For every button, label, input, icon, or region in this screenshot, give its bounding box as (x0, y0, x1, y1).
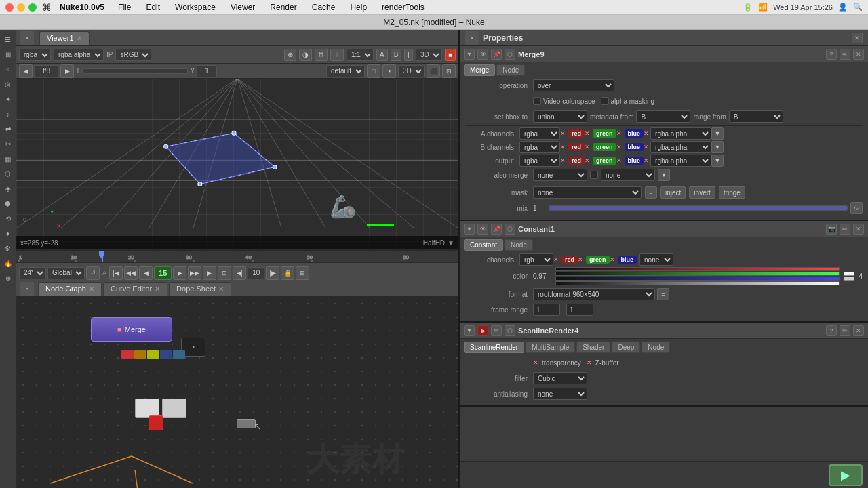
b-blue-x[interactable]: ✕ (616, 144, 622, 150)
exposure-input[interactable] (35, 65, 58, 77)
scanline-tab-shader[interactable]: Shader (576, 342, 610, 353)
step-back-btn[interactable]: ◀ (139, 266, 153, 280)
colorspace-select[interactable]: sRGB (115, 49, 151, 61)
a-green-x[interactable]: ✕ (585, 130, 590, 137)
also-merge-select2[interactable]: none (601, 169, 655, 181)
const-pencil-btn[interactable]: ✏ (840, 224, 850, 235)
menu-viewer[interactable]: Viewer (228, 1, 258, 14)
fps-select[interactable]: 24* (19, 267, 46, 279)
range-btn[interactable]: ⊞ (296, 266, 309, 280)
toolbar-icon-4[interactable]: ◎ (1, 77, 15, 91)
scan-collapse-btn[interactable]: ▼ (464, 325, 475, 336)
const-collapse-btn[interactable]: ▼ (464, 224, 475, 235)
a-alpha-select[interactable]: rgba.alpha (650, 127, 711, 140)
viewer-pipe-btn[interactable]: | (404, 49, 413, 61)
y-input[interactable] (197, 65, 217, 77)
fringe-btn[interactable]: fringe (719, 186, 745, 199)
frame-range-start[interactable] (533, 304, 560, 316)
toolbar-icon-11[interactable]: ◈ (1, 182, 15, 195)
frame-slider[interactable] (82, 68, 189, 74)
scanline-tab-deep[interactable]: Deep (612, 342, 640, 353)
b-red-x[interactable]: ✕ (560, 144, 566, 150)
channel-select[interactable]: rgba (19, 49, 51, 61)
out-blue-x[interactable]: ✕ (616, 157, 622, 164)
mask-select[interactable]: none (533, 186, 642, 199)
props-close-btn[interactable]: ✕ (852, 33, 863, 43)
blue-color-slider[interactable] (555, 277, 840, 281)
toolbar-icon-3[interactable]: ○ (1, 62, 15, 76)
gain-btn[interactable]: ⊕ (284, 49, 296, 61)
inject-btn[interactable]: inject (660, 186, 686, 199)
toolbar-icon-14[interactable]: ♦ (1, 226, 15, 240)
first-frame-btn[interactable]: |◀ (109, 266, 123, 280)
merge9-pencil-btn[interactable]: ✏ (840, 49, 850, 60)
out-alpha-select[interactable]: rgba.alpha (650, 155, 711, 167)
node-graph-tab[interactable]: Node Graph ✕ (38, 282, 102, 296)
toolbar-icon-7[interactable]: ⇄ (1, 122, 15, 136)
play-fwd-btn[interactable]: ▶▶ (188, 266, 201, 280)
merge-node-tab[interactable]: Node (496, 64, 525, 76)
mask-eq-btn[interactable]: = (645, 186, 657, 199)
mix-curve-btn[interactable]: ∿ (850, 202, 863, 214)
constant-node-tab[interactable]: Node (505, 239, 533, 251)
play-btn[interactable]: ▶ (173, 266, 186, 280)
scan-close-btn[interactable]: ✕ (853, 325, 864, 336)
out-alpha-x[interactable]: ✕ (644, 157, 649, 164)
const-node-btn[interactable]: ⬡ (505, 224, 515, 235)
mask-btn[interactable]: ⊡ (442, 64, 456, 78)
scan-help-btn[interactable]: ? (826, 325, 837, 336)
b-channels-menu[interactable]: ▼ (711, 141, 724, 153)
format-select[interactable]: root.format 960×540 (533, 288, 655, 300)
scanline-tab-node[interactable]: Node (642, 342, 670, 353)
scan-node-btn[interactable]: ⬡ (505, 325, 515, 336)
toolbar-icon-5[interactable]: ✦ (1, 92, 15, 106)
toolbar-icon-8[interactable]: ✂ (1, 137, 15, 150)
stop-btn[interactable]: ⊡ (218, 266, 231, 280)
merge-node[interactable]: ■ Merge (91, 317, 172, 342)
video-colorspace-check[interactable]: Video colorspace (533, 97, 595, 105)
current-frame[interactable]: 15 (154, 266, 172, 280)
also-merge-menu[interactable]: ▼ (658, 169, 670, 181)
also-merge-select1[interactable]: none (533, 169, 587, 181)
a-red-x[interactable]: ✕ (560, 130, 566, 137)
gray-connector[interactable] (237, 419, 256, 428)
scan-pencil-btn[interactable]: ✏ (491, 325, 502, 336)
monitor-btn[interactable]: □ (367, 64, 380, 78)
toolbar-icon-6[interactable]: ↕ (1, 107, 15, 121)
view-3d-btn[interactable]: 3D (398, 65, 425, 77)
wipe-btn[interactable]: ▪ (382, 64, 396, 78)
out-red-x[interactable]: ✕ (560, 157, 566, 164)
const-snapshot-btn[interactable]: 📷 (826, 224, 837, 235)
viewer-a-btn[interactable]: A (376, 49, 388, 61)
green-color-slider[interactable] (555, 272, 840, 276)
settings-btn[interactable]: ⚙ (315, 49, 328, 61)
b-green-x[interactable]: ✕ (585, 144, 590, 150)
scanline-tab-main[interactable]: ScanlineRender (464, 342, 524, 353)
toolbar-icon-2[interactable]: ⊞ (1, 47, 15, 61)
white-node-1[interactable] (135, 399, 159, 418)
alpha-masking-check[interactable]: alpha masking (601, 97, 654, 105)
dope-sheet-tab[interactable]: Dope Sheet ✕ (169, 282, 231, 296)
a-alpha-x[interactable]: ✕ (644, 130, 649, 137)
render-play-btn[interactable]: ▶ (829, 464, 863, 486)
node-graph-close[interactable]: ✕ (89, 285, 94, 293)
merge-tab[interactable]: Merge (464, 64, 495, 76)
frame-step-input[interactable] (248, 267, 264, 279)
frame-step-fwd-btn[interactable]: |▶ (266, 266, 279, 280)
red-color-slider[interactable] (555, 267, 840, 271)
prev-frame-btn[interactable]: ◀ (19, 64, 33, 78)
curve-editor-close[interactable]: ✕ (155, 285, 160, 293)
a-channels-select[interactable]: rgba (519, 127, 560, 140)
merge9-help-btn[interactable]: ? (826, 49, 837, 60)
out-channels-menu[interactable]: ▼ (711, 155, 724, 167)
frame-step-back-btn[interactable]: ◀| (233, 266, 246, 280)
pause-btn[interactable]: ⏸ (330, 49, 344, 61)
frame-range-end[interactable] (566, 304, 593, 316)
zbuffer-check[interactable]: ✕ Z-buffer (587, 359, 619, 367)
default-select[interactable]: default (326, 65, 365, 77)
view3d-select[interactable]: 3D (416, 49, 442, 61)
last-frame-btn[interactable]: ▶| (203, 266, 216, 280)
search-icon[interactable]: 🔍 (853, 3, 863, 12)
reset-btn[interactable]: ↺ (86, 266, 100, 280)
zoom-button[interactable] (28, 3, 37, 12)
